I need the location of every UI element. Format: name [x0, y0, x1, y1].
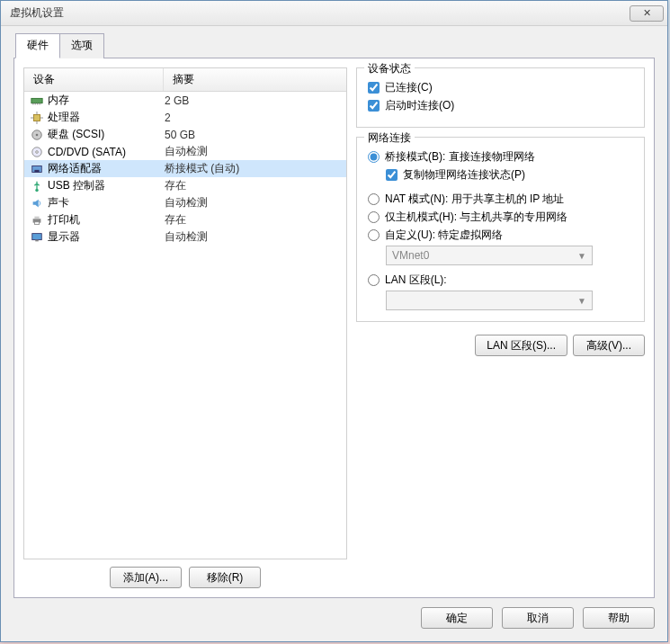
- svg-rect-7: [34, 114, 40, 121]
- content-area: 硬件 选项 设备 摘要 内存2 GB处理器2硬盘 (SCSI)50 GBCD/D…: [1, 26, 667, 641]
- device-buttons: 添加(A)... 移除(R): [23, 567, 347, 588]
- bridged-label: 桥接模式(B): 直接连接物理网络: [385, 149, 535, 165]
- device-name: USB 控制器: [48, 178, 165, 193]
- device-row[interactable]: 网络适配器桥接模式 (自动): [24, 160, 346, 177]
- tab-options[interactable]: 选项: [59, 33, 104, 58]
- replicate-checkbox-row[interactable]: 复制物理网络连接状态(P): [386, 167, 633, 183]
- device-row[interactable]: 硬盘 (SCSI)50 GB: [24, 126, 346, 143]
- custom-radio-row[interactable]: 自定义(U): 特定虚拟网络: [368, 228, 633, 243]
- disk-icon: [30, 128, 44, 142]
- cpu-icon: [30, 111, 44, 125]
- custom-radio[interactable]: [368, 229, 380, 241]
- svg-rect-17: [34, 169, 39, 172]
- replicate-label: 复制物理网络连接状态(P): [403, 167, 525, 183]
- device-name: 网络适配器: [48, 161, 165, 176]
- device-name: CD/DVD (SATA): [48, 146, 165, 158]
- device-summary: 自动检测: [165, 195, 343, 210]
- right-pane: 设备状态 已连接(C) 启动时连接(O) 网络连接 桥接模式(B): 直接连接物: [356, 67, 645, 588]
- cd-icon: [30, 145, 44, 159]
- connect-poweron-label: 启动时连接(O): [385, 98, 454, 113]
- lan-segment-select[interactable]: ▼: [386, 291, 593, 310]
- lan-label: LAN 区段(L):: [385, 273, 447, 288]
- device-summary: 桥接模式 (自动): [165, 161, 343, 176]
- help-button[interactable]: 帮助: [583, 607, 655, 629]
- device-name: 声卡: [48, 195, 165, 210]
- sound-icon: [30, 196, 44, 210]
- network-connection-legend: 网络连接: [364, 130, 415, 146]
- close-button[interactable]: ✕: [630, 5, 664, 22]
- device-name: 内存: [48, 93, 165, 108]
- bridged-radio-row[interactable]: 桥接模式(B): 直接连接物理网络: [368, 149, 633, 165]
- svg-rect-2: [34, 103, 35, 104]
- device-list: 设备 摘要 内存2 GB处理器2硬盘 (SCSI)50 GBCD/DVD (SA…: [23, 67, 347, 559]
- svg-rect-4: [37, 103, 38, 104]
- lan-radio-row[interactable]: LAN 区段(L):: [368, 273, 633, 288]
- lan-radio[interactable]: [368, 274, 380, 286]
- svg-rect-1: [32, 103, 33, 104]
- tab-hardware-label: 硬件: [27, 39, 49, 51]
- device-row[interactable]: 处理器2: [24, 109, 346, 126]
- svg-rect-5: [39, 103, 40, 104]
- nic-icon: [30, 162, 44, 176]
- device-row[interactable]: 显示器自动检测: [24, 228, 346, 246]
- hostonly-radio-row[interactable]: 仅主机模式(H): 与主机共享的专用网络: [368, 210, 633, 225]
- advanced-button[interactable]: 高级(V)...: [573, 335, 645, 356]
- nat-radio[interactable]: [368, 193, 380, 205]
- connected-label: 已连接(C): [385, 80, 433, 95]
- svg-rect-20: [34, 216, 39, 219]
- svg-point-13: [36, 133, 39, 136]
- col-device: 设备: [24, 68, 164, 91]
- svg-rect-3: [35, 103, 36, 104]
- device-summary: 存在: [165, 212, 343, 228]
- vm-settings-window: 虚拟机设置 ✕ 硬件 选项 设备 摘要 内存2 GB处理器2硬盘 (SCSI)5…: [0, 0, 668, 642]
- usb-icon: [30, 179, 44, 193]
- device-row[interactable]: USB 控制器存在: [24, 177, 346, 194]
- chevron-down-icon: ▼: [577, 251, 586, 261]
- window-title: 虚拟机设置: [10, 5, 630, 21]
- device-row[interactable]: 打印机存在: [24, 211, 346, 228]
- right-button-row: LAN 区段(S)... 高级(V)...: [356, 335, 645, 356]
- device-row[interactable]: 内存2 GB: [24, 92, 346, 109]
- svg-rect-0: [31, 98, 42, 103]
- device-name: 显示器: [48, 229, 165, 245]
- network-connection-group: 网络连接 桥接模式(B): 直接连接物理网络 复制物理网络连接状态(P) NAT…: [356, 137, 645, 322]
- nat-label: NAT 模式(N): 用于共享主机的 IP 地址: [385, 192, 564, 207]
- tab-hardware[interactable]: 硬件: [15, 33, 60, 58]
- display-icon: [30, 230, 44, 245]
- device-summary: 2: [165, 112, 343, 124]
- device-status-group: 设备状态 已连接(C) 启动时连接(O): [356, 67, 645, 128]
- svg-rect-6: [40, 103, 41, 104]
- svg-rect-23: [35, 239, 39, 241]
- device-status-legend: 设备状态: [364, 61, 415, 76]
- remove-button[interactable]: 移除(R): [189, 567, 261, 588]
- device-summary: 2 GB: [165, 94, 343, 107]
- device-summary: 50 GB: [165, 129, 343, 141]
- bridged-radio[interactable]: [368, 151, 380, 163]
- close-icon: ✕: [643, 7, 651, 19]
- device-name: 处理器: [48, 110, 165, 125]
- nat-radio-row[interactable]: NAT 模式(N): 用于共享主机的 IP 地址: [368, 192, 633, 207]
- svg-point-15: [36, 150, 39, 153]
- add-button[interactable]: 添加(A)...: [110, 567, 182, 588]
- ok-button[interactable]: 确定: [421, 607, 493, 629]
- svg-rect-22: [32, 233, 42, 239]
- hostonly-label: 仅主机模式(H): 与主机共享的专用网络: [385, 210, 567, 225]
- replicate-checkbox[interactable]: [386, 169, 398, 181]
- device-row[interactable]: CD/DVD (SATA)自动检测: [24, 143, 346, 160]
- hostonly-radio[interactable]: [368, 211, 380, 223]
- connected-checkbox-row[interactable]: 已连接(C): [368, 80, 633, 95]
- printer-icon: [30, 213, 44, 228]
- custom-vmnet-select[interactable]: VMnet0 ▼: [386, 246, 593, 265]
- svg-point-18: [35, 188, 39, 192]
- cancel-button[interactable]: 取消: [502, 607, 574, 629]
- device-name: 打印机: [48, 212, 165, 228]
- connected-checkbox[interactable]: [368, 82, 380, 94]
- col-summary: 摘要: [164, 68, 346, 91]
- dialog-footer: 确定 取消 帮助: [13, 598, 655, 629]
- chevron-down-icon: ▼: [577, 296, 586, 306]
- connect-poweron-checkbox[interactable]: [368, 100, 380, 112]
- device-row[interactable]: 声卡自动检测: [24, 194, 346, 211]
- lan-segments-button[interactable]: LAN 区段(S)...: [475, 335, 567, 356]
- connect-poweron-checkbox-row[interactable]: 启动时连接(O): [368, 98, 633, 113]
- memory-icon: [30, 94, 44, 108]
